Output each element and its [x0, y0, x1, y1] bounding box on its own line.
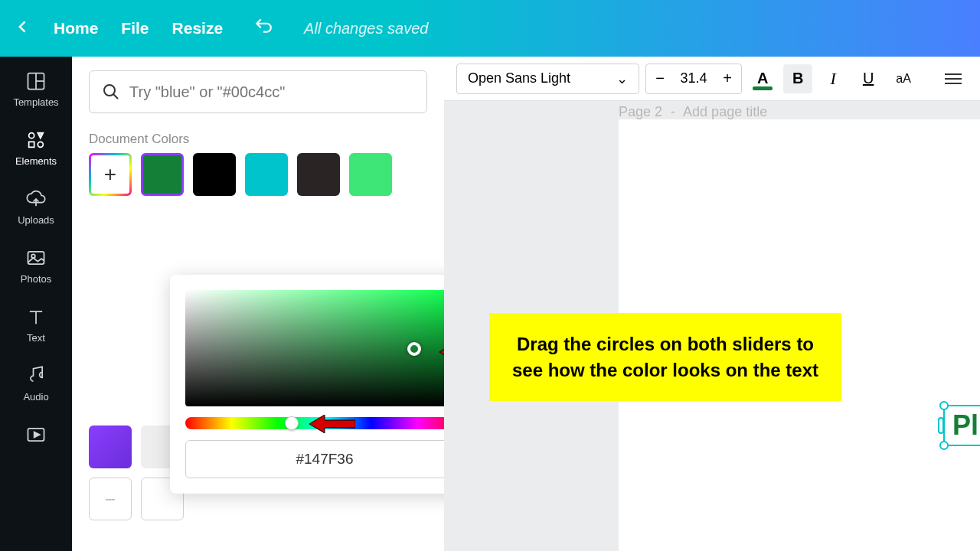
text-color-indicator [753, 86, 773, 90]
annotation-callout: Drag the circles on both sliders to see … [489, 313, 841, 401]
selected-text-element[interactable]: Pl [943, 405, 980, 446]
canvas-area: Open Sans Light ⌄ − + A B I U aA Page 2 … [444, 57, 980, 551]
resize-handle[interactable] [939, 401, 949, 410]
size-input[interactable] [674, 70, 714, 86]
hue-handle[interactable] [285, 416, 299, 430]
color-swatch[interactable] [349, 153, 392, 196]
saturation-value-area[interactable] [185, 290, 444, 406]
color-panel: Document Colors + › ━━━ [72, 57, 444, 551]
svg-point-5 [38, 142, 43, 147]
undo-icon[interactable] [253, 16, 273, 41]
tool-photos[interactable]: Photos [21, 247, 51, 285]
tool-video[interactable] [25, 424, 47, 445]
svg-marker-11 [439, 343, 444, 361]
color-swatch[interactable] [245, 153, 288, 196]
svg-point-9 [104, 85, 115, 96]
page-label: Page 2 [619, 104, 662, 119]
section-label-document-colors: Document Colors [89, 132, 427, 147]
color-swatch[interactable] [193, 153, 236, 196]
tool-templates[interactable]: Templates [13, 70, 58, 108]
tool-elements[interactable]: Elements [15, 129, 57, 167]
font-name: Open Sans Light [468, 70, 570, 86]
thumb[interactable]: ━━━ [89, 478, 132, 520]
underline-button[interactable]: U [854, 64, 883, 93]
menu-file[interactable]: File [121, 19, 149, 37]
color-picker-popover [170, 275, 444, 494]
resize-handle[interactable] [938, 417, 944, 434]
more-options-icon[interactable] [939, 67, 968, 90]
tool-label: Templates [13, 96, 58, 108]
text-toolbar: Open Sans Light ⌄ − + A B I U aA [444, 57, 980, 101]
svg-point-3 [29, 133, 34, 139]
tool-label: Photos [21, 273, 51, 285]
svg-rect-6 [28, 252, 44, 264]
hex-input[interactable] [185, 440, 444, 478]
font-select[interactable]: Open Sans Light ⌄ [456, 64, 639, 94]
sv-handle[interactable] [407, 342, 421, 356]
photo-thumb[interactable] [89, 425, 132, 468]
resize-handle[interactable] [939, 441, 949, 450]
chevron-down-icon: ⌄ [616, 70, 628, 87]
tool-text[interactable]: Text [25, 306, 47, 344]
annotation-arrow [309, 415, 355, 433]
italic-button[interactable]: I [818, 64, 848, 93]
tool-label: Uploads [18, 214, 54, 226]
add-color-swatch[interactable]: + [89, 153, 132, 196]
left-toolbar: Templates Elements Uploads Photos Text A… [0, 57, 72, 551]
tool-label: Elements [15, 155, 57, 167]
page-info: Page 2 - Add page title [619, 104, 767, 120]
svg-rect-4 [29, 142, 34, 147]
document-colors-row: + [89, 153, 427, 196]
tool-uploads[interactable]: Uploads [18, 188, 54, 226]
search-input[interactable] [129, 83, 414, 101]
search-icon [102, 83, 120, 101]
color-search[interactable] [89, 70, 427, 113]
text-content: Pl [952, 409, 978, 441]
color-swatch[interactable] [297, 153, 340, 196]
svg-marker-12 [309, 415, 355, 433]
color-swatch[interactable] [141, 153, 184, 196]
size-decrease[interactable]: − [646, 64, 674, 93]
page-title-placeholder[interactable]: Add page title [683, 104, 767, 119]
tool-label: Audio [23, 391, 48, 403]
uppercase-button[interactable]: aA [889, 64, 918, 93]
font-size-stepper: − + [645, 64, 742, 94]
back-icon[interactable] [15, 18, 31, 39]
annotation-arrow [439, 343, 444, 361]
top-menu-bar: Home File Resize All changes saved [0, 0, 980, 57]
svg-line-10 [113, 94, 118, 99]
menu-resize[interactable]: Resize [172, 19, 224, 37]
tool-audio[interactable]: Audio [23, 365, 48, 403]
save-status: All changes saved [304, 20, 428, 37]
menu-home[interactable]: Home [54, 19, 98, 37]
tool-label: Text [27, 332, 45, 344]
size-increase[interactable]: + [714, 64, 741, 93]
bold-button[interactable]: B [783, 64, 812, 93]
text-color-button[interactable]: A [748, 64, 777, 93]
